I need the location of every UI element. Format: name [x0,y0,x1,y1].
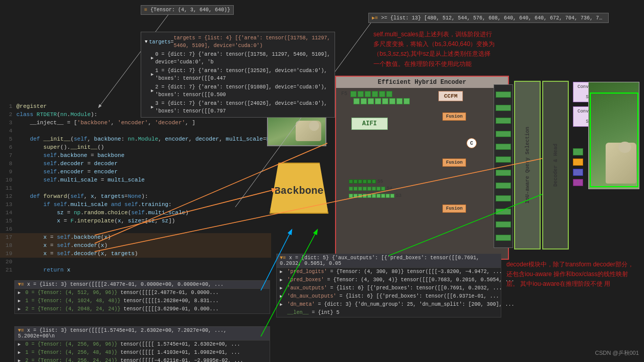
targets-tooltip: ▼ targets = targets = {list: 4} [{'area'… [141,32,335,118]
color-grid [494,84,513,248]
list-tooltip-text: >= {list: 13} [480, 512, 544, 576, 608, … [381,15,609,21]
debug-backbone-row-2: ▶ 2 = {Tensor: (4, 2048, 24, 24)} tensor… [15,305,270,313]
debug-backbone-header: ▼≡ x = {list: 3} tensor([[[[2.4877e-01, … [15,281,270,289]
swatch-1 [573,148,583,155]
fusion-box-3: Fusion [442,205,466,213]
annot-multiscale-text: self.multi_scales是上述列表，训练阶段进行多尺度变换，将输入（b… [373,31,495,67]
iou-aware-box: IoU-aware Query Selection [514,81,541,250]
code-line-9: 9 self.encoder = encoder [0,168,271,176]
code-line-4: 4 [0,127,271,135]
fusion-box-2: Fusion [442,159,466,167]
code-line-18: 18 x = self.encoder(x) [0,241,271,250]
debug-backbone-row-1: ▶ 1 = {Tensor: (4, 1024, 48, 48)} tensor… [15,297,270,305]
code-line-11: 11 [0,184,271,192]
aifi-box: AIFI [351,118,388,130]
swatch-2 [573,159,583,166]
swatch-4 [573,179,583,186]
targets-item-0: ▶ 0 = {dict: 7} {'area': tensor([31758, … [143,50,333,66]
code-line-21: 21 return x [0,266,271,274]
targets-item-1: ▶ 1 = {dict: 7} {'area': tensor([32526],… [143,66,333,83]
debug-encoder-panel: ▼≡ x = {list: 3} tensor([[[[1.5745e+01, … [14,326,270,362]
targets-item-2: ▶ 2 = {dict: 7} {'area': tensor([91080],… [143,83,333,99]
code-line-19: 19 x = self.decoder(x, targets) [0,250,271,258]
tensor-tooltip-text: {Tensor: (4, 3, 640, 640)} [150,7,230,13]
code-line-13: 13 if self.multi_scale and self.training… [0,200,271,209]
color-swatches-panel [573,148,583,186]
iou-text: IoU-aware Query Selection [525,127,530,203]
code-line-16: 16 [0,225,271,233]
debug-encoder-row-2: ▶ 2 = {Tensor: (4, 256, 24, 24)} tensor(… [15,357,270,362]
backbone-label: Backbone [270,163,328,214]
swatch-3 [573,169,583,176]
debug-decoder-row-0: ▶ 'pred_logits' = {Tensor: (4, 300, 80)}… [277,268,501,276]
circle-connector: C [467,138,477,148]
code-line-17: 17 x = self.backbone(x) [0,233,271,241]
debug-decoder-row-1: ▶ 'pred_boxes' = {Tensor: (4, 300, 4)} t… [277,276,501,284]
debug-decoder-row-2: ▶ 'aux_outputs' = {list: 6} [{'pred_boxe… [277,284,501,292]
code-line-3: 3 __inject__ = ['backbone', 'encoder', '… [0,119,271,127]
debug-decoder-row-4: ▶ 'dn_meta' = {dict: 3} {'dn_num_group':… [277,301,501,309]
aifi-label: AIFI [362,120,377,127]
code-line-15: 15 x = F.interpolate(x, size=[sz, sz]) [0,217,271,225]
debug-decoder-header: ▼≡ x = {dict: 5} {'aux_outputs': [{'pred… [277,254,501,268]
debug-decoder-row-5: ▶ __len__ = {int} 5 [277,309,501,317]
debug-backbone-panel: ▼≡ x = {list: 3} tensor([[[[2.4877e-01, … [14,280,270,314]
code-line-10: 10 self.multi_scale = multi_scale [0,176,271,184]
annot-decoder-text: decoder模块中，除了transform decoder部分，还包含iou-… [506,261,634,287]
fusion-box-1: Fusion [442,112,466,121]
output-image [588,82,639,189]
code-line-7: 7 self.backbone = backbone [0,151,271,160]
targets-header-row: ▼ targets = targets = {list: 4} [{'area'… [143,34,333,50]
targets-item-3: ▶ 3 = {dict: 7} {'area': tensor([24026],… [143,99,333,116]
code-line-20: 20 [0,258,271,266]
encoder-box: Efficient Hybrid Encoder F5 [335,76,509,260]
annot-decoder: decoder模块中，除了transform decoder部分，还包含iou-… [506,260,637,289]
code-line-12: 12 def forward(self, x, targets=None): [0,192,271,200]
watermark: CSDN @乒秋001 [595,349,639,357]
code-line-6: 6 super().__init__() [0,143,271,151]
ccfm-box: CCFM [438,91,463,101]
ccfm-label: CCFM [444,93,457,99]
encoder-title: Efficient Hybrid Encoder [336,77,508,88]
annot-multiscale: self.multi_scales是上述列表，训练阶段进行多尺度变换，将输入（b… [373,30,496,69]
code-line-14: 14 sz = np.random.choice(self.multi_scal… [0,209,271,217]
debug-decoder-row-3: ▶ 'dn_aux_outputs' = {list: 6} [{'pred_b… [277,292,501,301]
tensor-tooltip: ≡ {Tensor: (4, 3, 640, 640)} [141,5,234,15]
list-tooltip: ▶≡ >= {list: 13} [480, 512, 544, 576, 60… [368,13,609,23]
debug-decoder-panel: ▼≡ x = {dict: 5} {'aux_outputs': [{'pred… [276,254,501,318]
debug-encoder-header: ▼≡ x = {list: 3} tensor([[[[1.5745e+01, … [15,327,270,341]
debug-backbone-row-0: ▶ 0 = {Tensor: (4, 512, 96, 96)} tensor(… [15,289,270,297]
decoder-text: Decoder & Head [553,144,559,187]
code-line-8: 8 self.decoder = decoder [0,160,271,168]
code-line-5: 5 def __init__(self, backbone: nn.Module… [0,135,271,143]
debug-encoder-row-1: ▶ 1 = {Tensor: (4, 256, 48, 48)} tensor(… [15,349,270,357]
debug-encoder-row-0: ▶ 0 = {Tensor: (4, 256, 96, 96)} tensor(… [15,341,270,349]
decoder-head-box: Decoder & Head [542,81,569,250]
backbone-text: Backbone [274,185,323,197]
